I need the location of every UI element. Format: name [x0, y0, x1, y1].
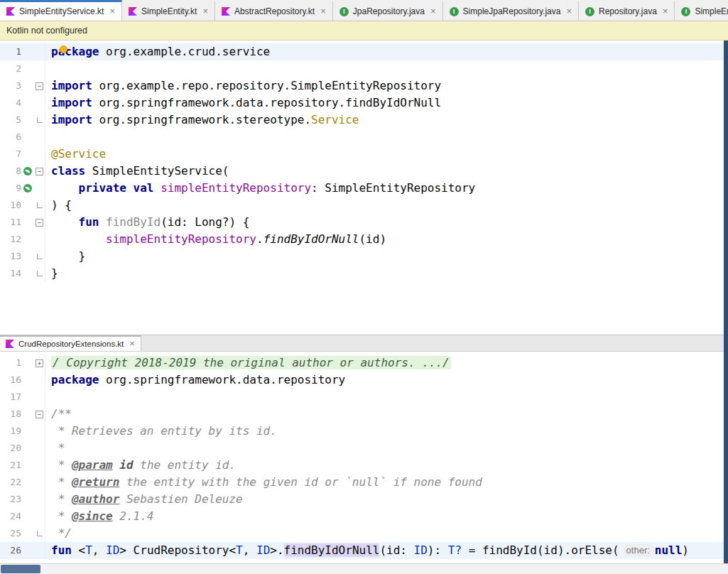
fold-end-icon[interactable] [37, 271, 43, 276]
gutter[interactable]: 14 [0, 265, 45, 282]
gutter[interactable]: 9 [0, 180, 45, 197]
line-number[interactable]: 19 [0, 423, 21, 440]
gutter[interactable]: 10 [0, 197, 45, 214]
line-number[interactable]: 3 [0, 77, 21, 94]
gutter[interactable]: 13 [0, 248, 45, 265]
line-number[interactable]: 17 [0, 389, 21, 406]
gutter[interactable]: 24 [0, 508, 45, 525]
gutter[interactable]: 12 [0, 231, 45, 248]
line-number[interactable]: 1 [0, 354, 21, 372]
code-line-4[interactable]: 4import org.springframework.data.reposit… [0, 94, 728, 112]
line-number[interactable]: 6 [0, 129, 21, 146]
gutter[interactable]: 17 [0, 389, 45, 406]
code-line-1[interactable]: 1package org.example.crud.service [0, 43, 728, 60]
gutter[interactable]: 5 [0, 112, 45, 129]
gutter[interactable]: 20 [0, 440, 45, 457]
line-number[interactable]: 5 [0, 112, 21, 129]
editor-tab-abstractrepository-kt[interactable]: AbstractRepository.kt× [215, 0, 333, 21]
spring-bean-icon[interactable] [23, 167, 32, 175]
line-number[interactable]: 23 [0, 491, 21, 508]
tab-close-icon[interactable]: × [320, 8, 326, 15]
line-number[interactable]: 21 [0, 457, 21, 474]
editor-top[interactable]: 1package org.example.crud.service23−impo… [0, 40, 728, 335]
code-line-20[interactable]: 20 * [0, 440, 728, 457]
code-line-25[interactable]: 25 */ [0, 525, 728, 542]
code-line-6[interactable]: 6 [0, 129, 728, 146]
gutter[interactable]: 8− [0, 163, 45, 180]
gutter[interactable]: 6 [0, 129, 45, 146]
editor-tab-simpleentity-kt[interactable]: SimpleEntity.kt× [122, 0, 215, 21]
code-line-14[interactable]: 14} [0, 265, 728, 282]
gutter[interactable]: 23 [0, 491, 45, 508]
editor-tab-crudrepositoryextensions-kt[interactable]: CrudRepositoryExtensions.kt× [0, 335, 141, 351]
editor-tab-simpleentityservice-kt[interactable]: SimpleEntityService.kt× [0, 0, 122, 21]
line-number[interactable]: 16 [0, 372, 21, 389]
code-line-3[interactable]: 3−import org.example.repo.repository.Sim… [0, 77, 728, 94]
fold-collapse-icon[interactable]: − [36, 219, 43, 227]
gutter[interactable]: 2 [0, 60, 45, 77]
gutter[interactable]: 1 [0, 43, 45, 60]
horizontal-scrollbar[interactable] [0, 563, 728, 574]
code-line-5[interactable]: 5import org.springframework.stereotype.S… [0, 112, 728, 129]
tab-close-icon[interactable]: × [566, 8, 572, 15]
gutter[interactable]: 19 [0, 423, 45, 440]
tab-close-icon[interactable]: × [430, 8, 436, 15]
gutter[interactable]: 18− [0, 406, 45, 423]
editor-tab-simplejparepository-java[interactable]: ISimpleJpaRepository.java× [443, 0, 579, 21]
gutter[interactable]: 21 [0, 457, 45, 474]
gutter[interactable]: 16 [0, 372, 45, 389]
line-number[interactable]: 25 [0, 525, 21, 542]
gutter[interactable]: 3− [0, 77, 45, 94]
line-number[interactable]: 12 [0, 231, 21, 248]
editor-tab-repository-java[interactable]: IRepository.java× [579, 0, 675, 21]
line-number[interactable]: 20 [0, 440, 21, 457]
fold-collapse-icon[interactable]: − [36, 411, 43, 418]
line-number[interactable]: 11 [0, 214, 21, 231]
code-line-21[interactable]: 21 * @param id the entity id. [0, 457, 728, 474]
fold-collapse-icon[interactable]: − [36, 82, 43, 90]
fold-expand-icon[interactable]: + [36, 359, 43, 367]
code-line-9[interactable]: 9 private val simpleEntityRepository: Si… [0, 180, 728, 197]
spring-bean-icon[interactable] [23, 184, 32, 193]
line-number[interactable]: 10 [0, 197, 21, 214]
line-number[interactable]: 24 [0, 508, 21, 525]
line-number[interactable]: 26 [0, 542, 21, 559]
code-line-2[interactable]: 2 [0, 60, 728, 77]
line-number[interactable]: 18 [0, 406, 21, 423]
gutter[interactable]: 11− [0, 214, 45, 231]
tab-close-icon[interactable]: × [109, 8, 115, 15]
tab-close-icon[interactable]: × [663, 8, 668, 15]
code-line-11[interactable]: 11− fun findById(id: Long?) { [0, 214, 728, 231]
line-number[interactable]: 4 [0, 94, 21, 112]
editor-tab-jparepository-java[interactable]: IJpaRepository.java× [333, 0, 443, 21]
code-line-18[interactable]: 18−/** [0, 406, 728, 423]
horizontal-scrollbar-thumb[interactable] [1, 565, 40, 573]
code-line-22[interactable]: 22 * @return the entity with the given i… [0, 474, 728, 491]
editor-tab-simpleentityre[interactable]: ISimpleEntityRe× [675, 0, 728, 21]
gutter[interactable]: 4 [0, 94, 45, 112]
gutter[interactable]: 7 [0, 146, 45, 163]
code-line-16[interactable]: 16package org.springframework.data.repos… [0, 372, 728, 389]
tab-close-icon[interactable]: × [129, 340, 135, 347]
gutter[interactable]: 25 [0, 525, 45, 542]
editor-bottom[interactable]: 1+/ Copyright 2018-2019 the original aut… [0, 352, 728, 563]
gutter[interactable]: 22 [0, 474, 45, 491]
code-line-23[interactable]: 23 * @author Sebastien Deleuze [0, 491, 728, 508]
code-line-7[interactable]: 7@Service [0, 146, 728, 163]
code-line-19[interactable]: 19 * Retrieves an entity by its id. [0, 423, 728, 440]
line-number[interactable]: 7 [0, 146, 21, 163]
fold-collapse-icon[interactable]: − [36, 168, 43, 175]
fold-end-icon[interactable] [37, 202, 43, 208]
code-line-26[interactable]: 26fun <T, ID> CrudRepository<T, ID>.find… [0, 542, 728, 559]
gutter[interactable]: 1+ [0, 354, 45, 372]
line-number[interactable]: 9 [0, 180, 21, 197]
gutter[interactable]: 26 [0, 542, 45, 559]
line-number[interactable]: 22 [0, 474, 21, 491]
fold-end-icon[interactable] [37, 117, 43, 123]
code-line-12[interactable]: 12 simpleEntityRepository.findByIdOrNull… [0, 231, 728, 248]
code-line-10[interactable]: 10) { [0, 197, 728, 214]
fold-end-icon[interactable] [37, 254, 43, 259]
intention-bulb-icon[interactable] [60, 45, 67, 53]
fold-end-icon[interactable] [37, 531, 43, 536]
code-line-13[interactable]: 13 } [0, 248, 728, 265]
